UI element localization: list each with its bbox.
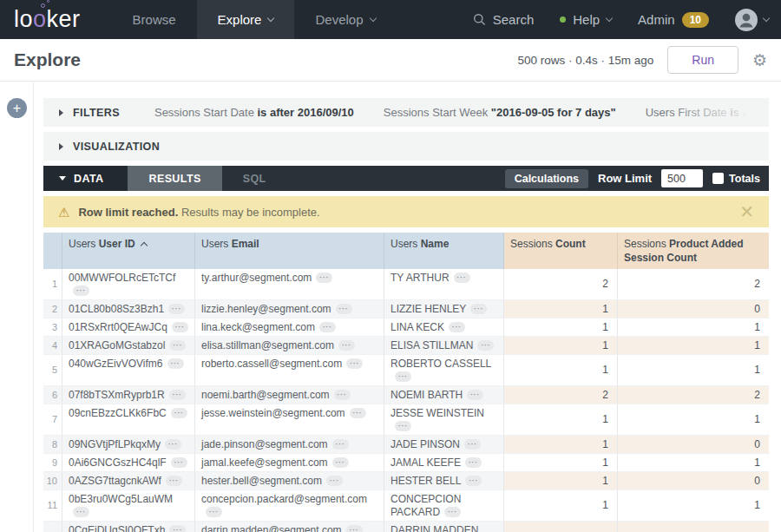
cell-product-added-count[interactable]: 1 (618, 522, 769, 532)
cell-sessions-count[interactable]: 2 (504, 269, 618, 300)
cell-product-added-count[interactable]: 0 (618, 300, 769, 319)
cell-sessions-count[interactable]: 1 (504, 300, 618, 319)
cell-email[interactable]: darrin.madden@segment.com··· (195, 522, 384, 532)
close-icon[interactable]: ✕ (739, 203, 754, 220)
cell-user-id[interactable]: 07f8bTSXmRyprb1R··· (62, 386, 195, 404)
cell-user-id[interactable]: 09NGVtjPfLPkqxMy··· (62, 436, 195, 454)
cell-email[interactable]: jade.pinson@segment.com··· (195, 436, 384, 454)
cell-product-added-count[interactable]: 1 (618, 490, 769, 522)
cell-user-id[interactable]: 0CqEiDUgSI0OFTxh··· (62, 522, 195, 532)
cell-menu-icon[interactable]: ··· (346, 525, 363, 532)
cell-menu-icon[interactable]: ··· (395, 371, 411, 382)
cell-menu-icon[interactable]: ··· (454, 273, 470, 283)
cell-user-id[interactable]: 01CL80b08Sz3Bzh1··· (62, 300, 195, 319)
help-menu[interactable]: Help (560, 12, 612, 27)
cell-menu-icon[interactable]: ··· (169, 525, 186, 532)
cell-menu-icon[interactable]: ··· (449, 322, 465, 332)
cell-menu-icon[interactable]: ··· (319, 322, 336, 332)
cell-name[interactable]: DARRIN MADDEN··· (384, 522, 504, 532)
cell-email[interactable]: elisa.stillman@segment.com··· (195, 337, 384, 355)
cell-menu-icon[interactable]: ··· (165, 439, 181, 450)
cell-menu-icon[interactable]: ··· (167, 358, 184, 369)
cell-name[interactable]: ELISA STILLMAN··· (384, 337, 504, 355)
cell-sessions-count[interactable]: 1 (504, 355, 618, 386)
nav-item-browse[interactable]: Browse (112, 0, 197, 39)
user-menu[interactable] (735, 9, 769, 31)
search-button[interactable]: Search (473, 12, 535, 27)
cell-sessions-count[interactable]: 2 (504, 386, 618, 404)
cell-name[interactable]: LIZZIE HENLEY··· (384, 300, 504, 319)
cell-menu-icon[interactable]: ··· (171, 457, 187, 468)
cell-product-added-count[interactable]: 1 (618, 319, 769, 337)
cell-menu-icon[interactable]: ··· (338, 340, 355, 351)
cell-menu-icon[interactable]: ··· (73, 286, 89, 296)
cell-menu-icon[interactable]: ··· (332, 439, 349, 450)
cell-name[interactable]: JAMAL KEEFE··· (384, 454, 504, 472)
cell-email[interactable]: jamal.keefe@segment.com··· (195, 454, 384, 472)
cell-menu-icon[interactable]: ··· (334, 390, 351, 400)
cell-user-id[interactable]: 0bE3ru0WCg5LauWM··· (62, 490, 195, 522)
cell-user-id[interactable]: 0Ai6GNCGszHC4qlF··· (62, 454, 195, 472)
filter-item[interactable]: Sessions Start Date is after 2016/09/10 (154, 106, 354, 119)
cell-user-id[interactable]: 040wGzEivVOVifm6··· (62, 355, 195, 386)
cell-menu-icon[interactable]: ··· (336, 304, 352, 314)
column-header-email[interactable]: Users Email (195, 233, 384, 269)
nav-item-develop[interactable]: Develop (294, 0, 396, 39)
admin-menu[interactable]: Admin 10 (638, 12, 709, 28)
cell-product-added-count[interactable]: 2 (618, 386, 769, 404)
cell-menu-icon[interactable]: ··· (467, 390, 483, 400)
cell-menu-icon[interactable]: ··· (166, 476, 182, 486)
totals-checkbox[interactable] (712, 173, 724, 184)
nav-item-explore[interactable]: Explore (197, 0, 295, 39)
gear-icon[interactable]: ⚙ (752, 52, 767, 69)
column-header-user-id[interactable]: Users User ID (62, 233, 195, 269)
cell-menu-icon[interactable]: ··· (326, 476, 343, 486)
cell-user-id[interactable]: 00MWWFOLRcETcTCf··· (62, 269, 195, 300)
run-button[interactable]: Run (667, 46, 738, 74)
tab-results[interactable]: RESULTS (128, 166, 221, 191)
cell-menu-icon[interactable]: ··· (316, 273, 332, 283)
visualization-toggle[interactable]: VISUALIZATION (59, 141, 160, 153)
cell-email[interactable]: concepcion.packard@segment.com··· (195, 490, 384, 522)
cell-email[interactable]: roberto.cassell@segment.com··· (195, 355, 384, 386)
cell-user-id[interactable]: 01XRAGoMGstabzol··· (62, 337, 195, 355)
cell-product-added-count[interactable]: 0 (618, 436, 769, 454)
filter-item[interactable]: Sessions Start Week "2016-09-05 for 7 da… (384, 106, 616, 119)
cell-name[interactable]: JESSE WEINSTEIN··· (384, 404, 504, 436)
cell-menu-icon[interactable]: ··· (346, 358, 363, 369)
cell-name[interactable]: HESTER BELL··· (384, 472, 504, 490)
cell-sessions-count[interactable]: 1 (504, 319, 618, 337)
column-header-sessions-count[interactable]: Sessions Count (504, 233, 618, 269)
cell-user-id[interactable]: 09cnEBzzCLKk6FbC··· (62, 404, 195, 436)
cell-sessions-count[interactable]: 1 (504, 522, 618, 532)
cell-sessions-count[interactable]: 1 (504, 436, 618, 454)
cell-menu-icon[interactable]: ··· (477, 340, 494, 351)
cell-menu-icon[interactable]: ··· (470, 304, 487, 314)
cell-sessions-count[interactable]: 1 (504, 490, 618, 522)
cell-menu-icon[interactable]: ··· (169, 390, 186, 400)
cell-email[interactable]: noemi.barth@segment.com··· (195, 386, 384, 404)
cell-user-id[interactable]: 0AZSG7ttagcnkAWf··· (62, 472, 195, 490)
cell-sessions-count[interactable]: 1 (504, 337, 618, 355)
cell-menu-icon[interactable]: ··· (206, 507, 222, 517)
cell-product-added-count[interactable]: 1 (618, 454, 769, 472)
cell-email[interactable]: hester.bell@segment.com··· (195, 472, 384, 490)
cell-sessions-count[interactable]: 1 (504, 472, 618, 490)
cell-product-added-count[interactable]: 1 (618, 337, 769, 355)
filter-item[interactable]: Users First Date is after 2016/09/10 (646, 106, 753, 119)
add-field-button[interactable]: + (7, 98, 27, 118)
filters-toggle[interactable]: FILTERS (59, 107, 120, 119)
cell-email[interactable]: jesse.weinstein@segment.com··· (195, 404, 384, 436)
cell-name[interactable]: NOEMI BARTH··· (384, 386, 504, 404)
totals-control[interactable]: Totals (712, 173, 760, 185)
cell-sessions-count[interactable]: 1 (504, 454, 618, 472)
cell-email[interactable]: lina.keck@segment.com··· (195, 319, 384, 337)
cell-menu-icon[interactable]: ··· (350, 408, 366, 418)
cell-menu-icon[interactable]: ··· (332, 457, 349, 468)
looker-logo[interactable]: looker (14, 0, 81, 39)
cell-menu-icon[interactable]: ··· (172, 322, 188, 332)
cell-menu-icon[interactable]: ··· (73, 507, 89, 517)
cell-email[interactable]: ty.arthur@segment.com··· (195, 269, 384, 300)
cell-menu-icon[interactable]: ··· (465, 457, 482, 468)
cell-menu-icon[interactable]: ··· (395, 421, 411, 431)
